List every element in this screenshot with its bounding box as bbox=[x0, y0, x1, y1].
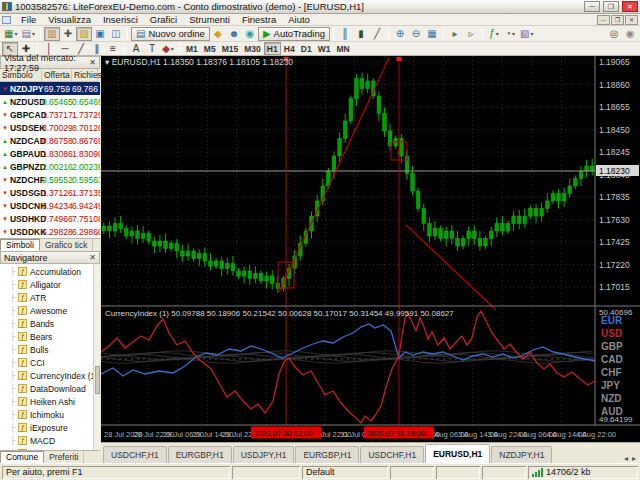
tab-scroll-right-icon[interactable]: ▸ bbox=[632, 454, 636, 463]
navigator-item-bands[interactable]: ├ƒBands bbox=[0, 317, 100, 330]
tab-simboli[interactable]: Simboli bbox=[0, 239, 40, 251]
strategy-tester-toggle-button[interactable]: ◫ bbox=[108, 27, 124, 41]
price-chart[interactable]: 1.190651.188601.186551.184501.182451.180… bbox=[101, 56, 640, 442]
menu-inserisci[interactable]: Inserisci bbox=[97, 14, 144, 26]
menu-file[interactable]: File bbox=[15, 14, 42, 26]
navigator-item-heiken-ashi[interactable]: ├ƒHeiken Ashi bbox=[0, 395, 100, 408]
arrows-tool-button[interactable]: ◆▾ bbox=[160, 42, 176, 56]
autotrading-button[interactable]: ▶AutoTrading bbox=[258, 27, 330, 41]
tab-comune[interactable]: Comune bbox=[0, 451, 44, 463]
navigator-item-macd[interactable]: ├ƒMACD bbox=[0, 434, 100, 447]
terminal-toggle-button[interactable]: ▣ bbox=[92, 27, 108, 41]
chevron-down-icon[interactable]: ▾ bbox=[512, 30, 515, 37]
chart-tab-usdchf-h1-0[interactable]: USDCHF,H1 bbox=[103, 446, 167, 463]
navigator-item-iexposure[interactable]: ├ƒiExposure bbox=[0, 421, 100, 434]
symbol-row-gbpnzd[interactable]: ▲GBPNZD2.002162.00238 bbox=[0, 160, 100, 173]
menu-strumenti[interactable]: Strumenti bbox=[183, 14, 236, 26]
timeframe-m1[interactable]: M1 bbox=[183, 42, 201, 55]
column-header-offerta[interactable]: Offerta bbox=[42, 69, 72, 82]
navigator-item-bulls[interactable]: ├ƒBulls bbox=[0, 343, 100, 356]
symbol-row-usdsgd[interactable]: ▼USDSGD1.371261.37135 bbox=[0, 186, 100, 199]
navigator-item-accumulation[interactable]: ├ƒAccumulation bbox=[0, 265, 100, 278]
market-watch-toggle-button[interactable]: ▥ bbox=[44, 27, 60, 41]
child-minimize-button[interactable]: ─ bbox=[597, 15, 610, 25]
menu-finestra[interactable]: Finestra bbox=[236, 14, 282, 26]
timeframe-h4[interactable]: H4 bbox=[281, 42, 298, 55]
periods-list-button[interactable]: ◔▾ bbox=[502, 27, 518, 41]
channel-tool-button[interactable]: ∥ bbox=[89, 42, 105, 56]
chart-tab-usdjpy-h1-2[interactable]: USDJPY,H1 bbox=[233, 446, 295, 463]
zoom-in-button[interactable]: ⊕ bbox=[392, 27, 408, 41]
close-icon[interactable]: ✕ bbox=[89, 253, 96, 262]
navigator-item-datadownload[interactable]: ├ƒDataDownload bbox=[0, 382, 100, 395]
community-search-button[interactable]: ◉ bbox=[622, 27, 638, 41]
navigator-item-bears[interactable]: ├ƒBears bbox=[0, 330, 100, 343]
alerts-button[interactable]: ◆ bbox=[210, 27, 226, 41]
navigator-item-alligator[interactable]: ├ƒAlligator bbox=[0, 278, 100, 291]
auto-scroll-button[interactable]: ▸ bbox=[447, 27, 463, 41]
navigator-item-cci[interactable]: ├ƒCCI bbox=[0, 356, 100, 369]
chevron-down-icon[interactable]: ▾ bbox=[14, 30, 17, 37]
chart-tab-eurusd-h1-5[interactable]: EURUSD,H1 bbox=[425, 444, 490, 463]
chevron-down-icon[interactable]: ▾ bbox=[530, 30, 533, 37]
fibonacci-tool-button[interactable]: ≡ bbox=[105, 42, 121, 56]
chevron-down-icon[interactable]: ▾ bbox=[171, 45, 174, 52]
symbol-row-gbpcad[interactable]: ▼GBPCAD1.737171.73729 bbox=[0, 108, 100, 121]
chart-tab-nzdjpy-h1-6[interactable]: NZDJPY,H1 bbox=[491, 446, 552, 463]
symbol-row-usdsek[interactable]: ▼USDSEK8.700298.70120 bbox=[0, 121, 100, 134]
navigator-item-atr[interactable]: ├ƒATR bbox=[0, 291, 100, 304]
timeframe-h1[interactable]: H1 bbox=[264, 42, 281, 55]
timeframe-m15[interactable]: M15 bbox=[219, 42, 242, 55]
column-header-richies[interactable]: Richies... bbox=[72, 69, 98, 82]
navigator-scrollbar[interactable] bbox=[93, 264, 100, 450]
timeframe-m5[interactable]: M5 bbox=[201, 42, 219, 55]
status-profile[interactable]: Default bbox=[302, 466, 388, 479]
community-button[interactable]: ◉ bbox=[242, 27, 258, 41]
timeframe-mn[interactable]: MN bbox=[333, 42, 352, 55]
navigator-item-currencyindex--1-[interactable]: ├ƒCurrencyIndex (1) bbox=[0, 369, 100, 382]
child-close-button[interactable]: ✕ bbox=[625, 15, 638, 25]
timeframe-m30[interactable]: M30 bbox=[241, 42, 264, 55]
menu-grafici[interactable]: Grafici bbox=[144, 14, 183, 26]
text-tool-button[interactable]: A bbox=[128, 42, 144, 56]
navigator-toggle-button[interactable]: ▨ bbox=[76, 27, 92, 41]
chevron-down-icon[interactable]: ▾ bbox=[32, 30, 35, 37]
symbol-row-nzdchf[interactable]: ▼NZDCHF0.595520.59563 bbox=[0, 173, 100, 186]
profiles-button[interactable]: ▤▾ bbox=[19, 27, 36, 41]
navigator-item-ichimoku[interactable]: ├ƒIchimoku bbox=[0, 408, 100, 421]
symbol-row-nzdcad[interactable]: ▲NZDCAD0.867580.86769 bbox=[0, 134, 100, 147]
close-icon[interactable]: ✕ bbox=[89, 58, 96, 67]
chart-candles-button[interactable]: ▮ bbox=[353, 27, 369, 41]
new-order-button[interactable]: ▤Nuovo ordine bbox=[131, 27, 210, 41]
navigator-item-momentum[interactable]: ├ƒMomentum bbox=[0, 447, 100, 450]
label-tool-button[interactable]: T bbox=[144, 42, 160, 56]
child-restore-button[interactable]: ❐ bbox=[611, 15, 624, 25]
timeframe-d1[interactable]: D1 bbox=[298, 42, 315, 55]
minimize-button[interactable]: ─ bbox=[584, 1, 600, 12]
zoom-out-button[interactable]: ⊖ bbox=[408, 27, 424, 41]
symbol-row-nzdusd[interactable]: ▲NZDUSD0.654650.65469 bbox=[0, 95, 100, 108]
chart-tab-eurgbp-h1-1[interactable]: EURGBP,H1 bbox=[168, 446, 232, 463]
symbol-row-usdhkd[interactable]: ▼USDHKD7.749667.75108 bbox=[0, 212, 100, 225]
menu-aiuto[interactable]: Aiuto bbox=[282, 14, 316, 26]
navigator-item-awesome[interactable]: ├ƒAwesome bbox=[0, 304, 100, 317]
symbol-row-nzdjpy[interactable]: ▼NZDJPY69.75969.766 bbox=[0, 82, 100, 95]
timeframe-w1[interactable]: W1 bbox=[315, 42, 334, 55]
new-chart-button[interactable]: ▦▾ bbox=[2, 27, 19, 41]
menu-visualizza[interactable]: Visualizza bbox=[42, 14, 97, 26]
maximize-button[interactable]: ❐ bbox=[603, 1, 619, 12]
scrollbar-thumb[interactable] bbox=[95, 366, 100, 394]
chart-tab-usdchf-h1-4[interactable]: USDCHF,H1 bbox=[360, 446, 424, 463]
scroll-down-icon[interactable]: ▿ bbox=[95, 230, 99, 238]
tile-windows-button[interactable]: ▦ bbox=[424, 27, 440, 41]
tab-preferiti[interactable]: Preferiti bbox=[44, 451, 84, 463]
column-header-simbolo[interactable]: Simbolo bbox=[0, 69, 42, 82]
search-button[interactable]: ◎ bbox=[606, 27, 622, 41]
close-button[interactable]: ✕ bbox=[622, 1, 638, 12]
symbol-row-usddkk[interactable]: ▼USDDKK6.298286.29860 bbox=[0, 225, 100, 238]
tab-grafico-tick[interactable]: Grafico tick bbox=[40, 239, 94, 251]
chart-tab-eurgbp-h1-3[interactable]: EURGBP,H1 bbox=[295, 446, 359, 463]
chart-line-button[interactable]: ╱ bbox=[369, 27, 385, 41]
tab-scroll-left-icon[interactable]: ◂ bbox=[624, 454, 628, 463]
data-window-toggle-button[interactable]: ✚ bbox=[60, 27, 76, 41]
